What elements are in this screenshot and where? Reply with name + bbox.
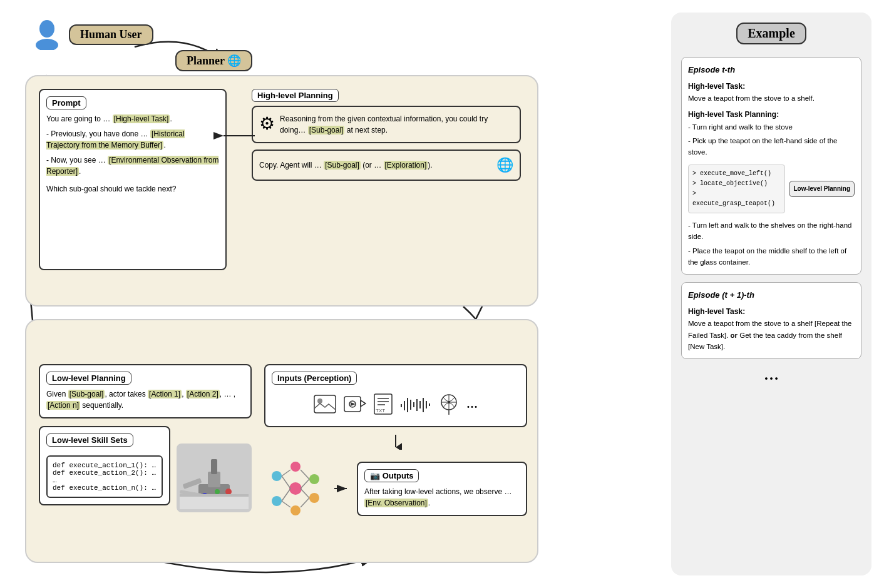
episode-1-title: Episode t-th: [688, 64, 855, 77]
svg-text:TXT: TXT: [376, 408, 385, 413]
ep1-hltp-label: High-level Task Planning:: [688, 109, 855, 121]
svg-line-51: [282, 470, 290, 476]
hlp-to-prompt-arrow: [220, 126, 258, 145]
svg-line-57: [301, 489, 309, 498]
svg-rect-16: [314, 395, 336, 413]
svg-point-40: [448, 401, 450, 403]
planner-title: Planner 🌐: [175, 50, 252, 71]
prompt-line4: Which sub-goal should we tackle next?: [46, 183, 219, 195]
ep1-hltp-item4: - Place the teapot on the middle shelf t…: [688, 245, 855, 268]
svg-marker-19: [361, 400, 366, 407]
human-user-section: Human User: [31, 19, 153, 50]
code-ep1-line1: > execute_move_left(): [692, 169, 781, 179]
hlp-highlight-subgoal2: [Sub-goal]: [324, 161, 361, 170]
svg-point-44: [272, 471, 282, 481]
prompt-content: You are going to … [High-level Task]. - …: [46, 113, 219, 195]
robot-arm-image: [177, 444, 252, 512]
prompt-title: Prompt: [46, 96, 86, 109]
svg-line-52: [282, 476, 290, 489]
highlight-observation: [Environmental Observation from Reporter…: [46, 156, 218, 176]
ep1-hltp-item3: - Turn left and walk to the shelves on t…: [688, 220, 855, 243]
hlp-title: High-level Planning: [252, 89, 339, 102]
hlp-top-text: Reasoning from the given contextual info…: [280, 113, 513, 136]
ep2-hl-task-label: High-level Task:: [688, 306, 855, 318]
ep1-code-row: > execute_move_left() > locate_objective…: [688, 162, 855, 216]
svg-point-13: [215, 489, 220, 494]
svg-line-53: [282, 489, 290, 501]
svg-point-45: [272, 496, 282, 506]
highlight-task: [High-level Task]: [113, 114, 170, 123]
prompt-line1: You are going to … [High-level Task].: [46, 113, 219, 124]
llp-highlight-an: [Action n]: [46, 401, 80, 410]
ellipsis: …: [681, 367, 861, 383]
episode-2-box: Episode (t + 1)-th High-level Task: Move…: [681, 282, 861, 359]
low-level-planning-box: Low-level Planning Given [Sub-goal], act…: [39, 364, 252, 418]
ep1-hl-task-label: High-level Task:: [688, 81, 855, 93]
code-ep1-line2: > locate_objective(): [692, 179, 781, 189]
ep1-code-snippet: > execute_move_left() > locate_objective…: [688, 165, 785, 213]
svg-point-48: [290, 505, 301, 515]
gpt-icon: ⚙: [259, 113, 275, 134]
skill-sets-row: Low-level Skill Sets def execute_action_…: [39, 426, 252, 512]
skill-sets-title: Low-level Skill Sets: [46, 433, 133, 447]
ep2-hl-task-text: Move a teapot from the stove to a shelf …: [688, 318, 855, 352]
svg-point-11: [225, 489, 232, 495]
code-line1: def execute_action_1(): …: [53, 462, 157, 469]
svg-line-55: [301, 470, 309, 479]
left-diagram: Human User Planner 🌐 Prompt You are goin…: [13, 13, 659, 575]
svg-point-49: [309, 474, 319, 484]
svg-point-2: [39, 20, 54, 38]
example-title: Example: [681, 23, 861, 44]
video-icon: [344, 395, 366, 413]
high-level-planning-box: High-level Planning ⚙ Reasoning from the…: [252, 89, 521, 270]
llp-highlight-a2: [Action 2]: [186, 390, 220, 398]
svg-point-47: [289, 482, 302, 495]
svg-point-46: [290, 462, 301, 472]
inputs-box: Inputs (Perception): [264, 364, 527, 427]
outputs-box: 📷 Outputs After taking low-level actions…: [357, 462, 527, 516]
planner-label: Planner 🌐: [175, 50, 252, 71]
map-icon: [439, 393, 459, 415]
robot-arm-svg: [180, 447, 249, 509]
llp-title: Low-level Planning: [46, 372, 131, 385]
skill-sets-code: def execute_action_1(): … def execute_ac…: [46, 455, 163, 498]
outputs-text: After taking low-level actions, we obser…: [364, 486, 520, 509]
image-icon: [314, 395, 336, 413]
code-line2: def execute_action_2(): …: [53, 469, 157, 477]
episode-1-box: Episode t-th High-level Task: Move a tea…: [681, 57, 861, 275]
outputs-highlight: [Env. Observation]: [364, 499, 428, 507]
outputs-title: 📷 Outputs: [364, 469, 419, 482]
svg-rect-8: [211, 459, 217, 474]
hlp-top: ⚙ Reasoning from the given contextual in…: [252, 106, 521, 143]
low-level-badge: Low-level Planning: [789, 181, 855, 197]
globe-icon-2: 🌐: [496, 157, 513, 173]
svg-rect-14: [180, 495, 249, 509]
prompt-box: Prompt You are going to … [High-level Ta…: [39, 89, 227, 270]
skill-sets-box: Low-level Skill Sets def execute_action_…: [39, 426, 170, 505]
down-arrow: [264, 435, 527, 452]
perception-icons: TXT: [272, 388, 520, 420]
audio-icon: [400, 395, 431, 413]
llp-text: Given [Sub-goal], actor takes [Action 1]…: [46, 388, 244, 411]
planner-area: Prompt You are going to … [High-level Ta…: [25, 75, 538, 307]
llp-highlight-subgoal: [Sub-goal]: [68, 390, 105, 398]
hlp-bottom: Copy. Agent will … [Sub-goal] (or … [Exp…: [252, 150, 521, 181]
prompt-line2: - Previously, you have done … [Historica…: [46, 128, 219, 151]
text-doc-icon: TXT: [374, 393, 393, 415]
svg-point-50: [309, 493, 319, 503]
episode-2-title: Episode (t + 1)-th: [688, 289, 855, 302]
prompt-line3: - Now, you see … [Environmental Observat…: [46, 155, 219, 177]
example-label: Example: [736, 23, 806, 44]
svg-line-54: [282, 501, 290, 507]
human-icon: [31, 19, 63, 50]
svg-point-3: [36, 39, 58, 50]
hlp-bottom-text: Copy. Agent will … [Sub-goal] (or … [Exp…: [259, 160, 433, 171]
human-user-label: Human User: [69, 24, 153, 45]
neural-net-icon: [264, 457, 327, 520]
svg-line-58: [301, 498, 309, 507]
ep1-hl-task-text: Move a teapot from the stove to a shelf.: [688, 93, 855, 104]
more-icon: …: [466, 398, 478, 411]
reporter-content: Inputs (Perception): [264, 364, 527, 520]
actor-content: Low-level Planning Given [Sub-goal], act…: [39, 364, 252, 512]
bottom-area: Low-level Planning Given [Sub-goal], act…: [25, 319, 538, 563]
